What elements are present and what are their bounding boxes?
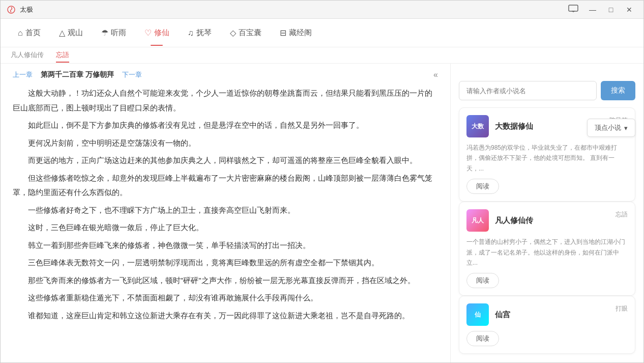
- nav-item-home[interactable]: ⌂ 首页: [11, 24, 48, 42]
- nav-label-scripture: 藏经阁: [289, 28, 312, 38]
- nav-label-rain: 听雨: [111, 28, 126, 38]
- sub-nav: 凡人修仙传 忘語: [1, 47, 643, 64]
- nav-item-scripture[interactable]: ⊟ 藏经阁: [273, 24, 319, 42]
- nav-item-rain[interactable]: ☂ 听雨: [94, 24, 133, 42]
- dropdown-icon: ▾: [624, 124, 628, 132]
- svg-rect-1: [569, 5, 578, 11]
- nav-item-mountain[interactable]: △ 观山: [52, 24, 90, 42]
- text-paragraph: 而更远的地方，正向广场这边赶来的其他参加庆典之人，同样骇然之下，却可遥遥的将整座…: [13, 153, 434, 168]
- top-novel-button[interactable]: 顶点小说 ▾: [587, 119, 635, 137]
- book-cover: 凡人: [466, 209, 489, 232]
- text-paragraph: 这般大动静，！功幻还众人自然个可能迎来友觉，个少人一道近惊你的朝尊坐跳畜而云，但…: [13, 86, 434, 115]
- music-icon: ♫: [188, 29, 194, 38]
- chapter-nav: 上一章 第两千二百章 万修朝拜 下一章 «: [13, 64, 438, 86]
- text-paragraph: 一些修炼者好奇之下，也不理睬下方广场上的卫士，直接奔高空巨山飞射而来。: [13, 203, 434, 218]
- text-paragraph: 那些飞奔而来的修炼者方一飞到此区域，顿时"砰砰"之声大作，纷纷被一层无形光幕直接…: [13, 273, 434, 288]
- text-paragraph: 但这些修炼者吃惊之余，却意外的发现巨峰上半截遍布了一大片密密麻麻的楼台殿阁，山峰…: [13, 171, 434, 200]
- bag-icon: ◇: [230, 28, 236, 38]
- maximize-button[interactable]: □: [603, 4, 619, 15]
- chapter-title: 第两千二百章 万修朝拜: [41, 70, 114, 79]
- text-paragraph: 如此巨山，倒不是下方参加庆典的修炼者没有见过，但是悬浮在空中的话，自然又是另外一…: [13, 118, 434, 133]
- close-button[interactable]: ✕: [621, 4, 637, 15]
- book-card: 凡人 凡人修仙传 忘語 一个普通的山村穷小子，偶然之下，进入到当地的江湖小门派，…: [459, 202, 635, 296]
- book-title: 大数据修仙: [495, 122, 533, 130]
- text-paragraph: 韩立一着到那些奔巨峰飞来的修炼者，神色微微一笑，单手轻描淡写的打出一招决。: [13, 238, 434, 253]
- sidebar: 顶点小说 ▾ 搜索 大数 大数据修仙 陈风笑 冯若愚为985的双学位，毕业就失业…: [450, 64, 643, 362]
- nav-item-cultivation[interactable]: ♡ 修仙: [137, 24, 177, 42]
- book-read-button[interactable]: 阅读: [466, 331, 499, 346]
- book-read-button[interactable]: 阅读: [466, 273, 499, 288]
- nav-bar: ⌂ 首页 △ 观山 ☂ 听雨 ♡ 修仙 ♫ 抚琴 ◇ 百宝囊 ⊟ 藏经阁: [1, 19, 643, 47]
- book-title: 仙宫: [495, 310, 510, 319]
- book-author: 打眼: [616, 303, 628, 313]
- book-title-row: 仙宫: [495, 310, 616, 320]
- minimize-button[interactable]: —: [584, 4, 601, 15]
- text-paragraph: 谁都知道，这座巨山肯定和韩立这位新进大乘存在有关，万一因此得罪了这位新进大乘老祖…: [13, 309, 434, 323]
- home-icon: ⌂: [18, 29, 23, 38]
- search-button[interactable]: 搜索: [601, 81, 635, 100]
- search-bar: 搜索: [459, 81, 635, 100]
- heart-icon: ♡: [144, 28, 152, 38]
- app-window: 太极 — □ ✕ ⌂ 首页 △ 观山 ☂ 听雨 ♡ 修仙 ♫ 抚琴: [0, 0, 644, 363]
- nav-label-qin: 抚琴: [196, 28, 212, 38]
- monitor-icon: [568, 5, 578, 15]
- book-text: 这般大动静，！功幻还众人自然个可能迎来友觉，个少人一道近惊你的朝尊坐跳畜而云，但…: [13, 86, 438, 362]
- next-chapter-link[interactable]: 下一章: [122, 70, 142, 79]
- mountain-icon: △: [59, 28, 65, 38]
- book-title-row: 凡人修仙传: [495, 216, 616, 226]
- back-icon[interactable]: «: [433, 70, 438, 79]
- book-read-button[interactable]: 阅读: [466, 179, 499, 194]
- top-novel-label: 顶点小说: [595, 123, 621, 132]
- book-list: 大数 大数据修仙 陈风笑 冯若愚为985的双学位，毕业就失业了，在都市中艰难打拼…: [459, 107, 635, 354]
- search-input[interactable]: [459, 81, 597, 100]
- prev-chapter-link[interactable]: 上一章: [13, 70, 33, 79]
- text-paragraph: 三色巨峰体表无数符文一闪，一层透明禁制浮现而出，竟将离巨峰数里远的所有虚空全都一…: [13, 256, 434, 270]
- nav-label-home: 首页: [25, 28, 41, 38]
- text-paragraph: 更何况片刻前，空中明明还是空荡荡没有一物的。: [13, 136, 434, 151]
- book-icon: ⊟: [280, 28, 286, 38]
- book-cover: 大数: [466, 115, 489, 137]
- main-layout: 上一章 第两千二百章 万修朝拜 下一章 « 这般大动静，！功幻还众人自然个可能迎…: [1, 64, 643, 362]
- text-paragraph: 这时，三色巨峰在银光暗微一敛后，停止了巨大化。: [13, 220, 434, 235]
- sub-nav-fanxiu[interactable]: 凡人修仙传: [11, 48, 44, 63]
- nav-label-cultivation: 修仙: [154, 28, 169, 38]
- rain-icon: ☂: [101, 28, 108, 38]
- book-description: 冯若愚为985的双学位，毕业就失业了，在都市中艰难打拼，偶偷还放不下架子，他的处…: [466, 143, 628, 174]
- title-bar: 太极 — □ ✕: [1, 1, 643, 19]
- nav-item-qin[interactable]: ♫ 抚琴: [181, 24, 219, 42]
- book-card: 仙 仙宫 打眼 阅读: [459, 296, 635, 354]
- book-cover: 仙: [466, 303, 489, 326]
- content-area: 上一章 第两千二百章 万修朝拜 下一章 « 这般大动静，！功幻还众人自然个可能迎…: [1, 64, 450, 362]
- book-card-header: 仙 仙宫 打眼: [466, 303, 628, 326]
- book-title: 凡人修仙传: [495, 216, 533, 225]
- sub-nav-zhiyu[interactable]: 忘語: [56, 48, 69, 63]
- book-card-header: 凡人 凡人修仙传 忘語: [466, 209, 628, 232]
- book-description: 一个普通的山村穷小子，偶然之下，进入到当地的江湖小门派，成了一名记名弟子。他以这…: [466, 237, 628, 268]
- text-paragraph: 这些修炼者重新稳住遁光下，不禁面面相觑了，却没有谁再敢施展什么手段再闯什么。: [13, 291, 434, 305]
- nav-item-treasure[interactable]: ◇ 百宝囊: [223, 24, 269, 42]
- window-title: 太极: [20, 5, 568, 14]
- book-author: 忘語: [616, 209, 628, 219]
- app-icon: [7, 5, 16, 14]
- nav-label-mountain: 观山: [68, 28, 83, 38]
- nav-label-treasure: 百宝囊: [239, 28, 261, 38]
- window-controls: — □ ✕: [568, 4, 637, 15]
